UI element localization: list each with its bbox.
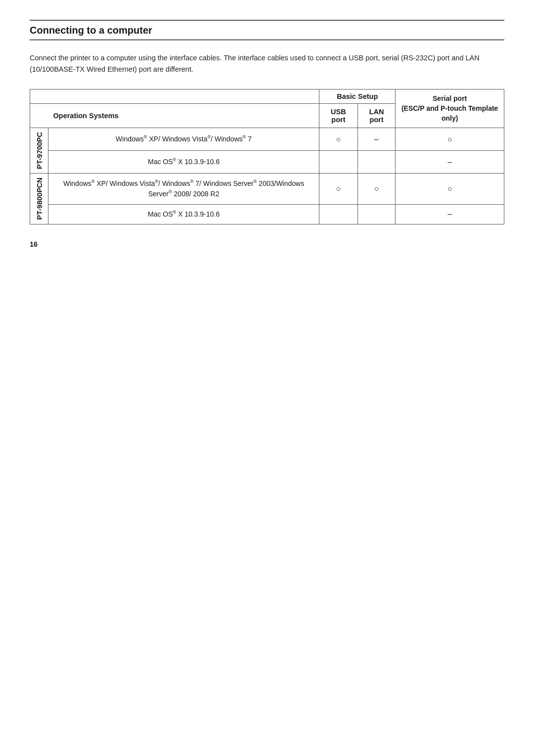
- header-lan: LAN port: [357, 104, 396, 128]
- circle-mark: ○: [374, 184, 379, 193]
- lan-support-cell: ○: [357, 174, 396, 204]
- circle-mark: ○: [336, 135, 341, 144]
- header-usb: USB port: [319, 104, 357, 128]
- header-empty-cell: [30, 89, 48, 104]
- compatibility-table: Basic Setup Serial port (ESC/P and P-tou…: [30, 89, 504, 224]
- page-number: 16: [30, 240, 504, 248]
- serial-support-cell: ○: [396, 174, 504, 204]
- table-row: Mac OS® X 10.3.9-10.6–: [30, 151, 504, 174]
- usb-support-cell: ○: [319, 174, 357, 204]
- circle-mark: ○: [447, 184, 452, 193]
- usb-support-cell: [319, 151, 357, 174]
- dash-mark: –: [374, 135, 379, 144]
- header-serial-port: Serial port (ESC/P and P-touch Template …: [396, 89, 504, 128]
- usb-support-cell: [319, 204, 357, 224]
- table-row: Mac OS® X 10.3.9-10.6–: [30, 204, 504, 224]
- header-empty-sub: [30, 104, 48, 128]
- page-section: Connecting to a computer Connect the pri…: [30, 20, 504, 248]
- os-cell: Mac OS® X 10.3.9-10.6: [48, 151, 319, 174]
- dash-mark: –: [447, 210, 452, 219]
- circle-mark: ○: [336, 184, 341, 193]
- table-row: PT-9800PCNWindows® XP/ Windows Vista®/ W…: [30, 174, 504, 204]
- header-basic-setup: Basic Setup: [319, 89, 396, 104]
- header-empty-cell2: [48, 89, 319, 104]
- usb-support-cell: ○: [319, 128, 357, 151]
- circle-mark: ○: [447, 135, 452, 144]
- os-cell: Windows® XP/ Windows Vista®/ Windows® 7: [48, 128, 319, 151]
- serial-support-cell: –: [396, 204, 504, 224]
- lan-support-cell: [357, 151, 396, 174]
- device-label-PT-9700PC: PT-9700PC: [30, 128, 48, 174]
- table-row: PT-9700PCWindows® XP/ Windows Vista®/ Wi…: [30, 128, 504, 151]
- dash-mark: –: [447, 158, 452, 167]
- lan-support-cell: –: [357, 128, 396, 151]
- intro-paragraph: Connect the printer to a computer using …: [30, 52, 504, 75]
- device-label-PT-9800PCN: PT-9800PCN: [30, 174, 48, 224]
- section-title: Connecting to a computer: [30, 25, 152, 36]
- lan-support-cell: [357, 204, 396, 224]
- os-cell: Mac OS® X 10.3.9-10.6: [48, 204, 319, 224]
- os-cell: Windows® XP/ Windows Vista®/ Windows® 7/…: [48, 174, 319, 204]
- serial-support-cell: –: [396, 151, 504, 174]
- header-os: Operation Systems: [48, 104, 319, 128]
- serial-support-cell: ○: [396, 128, 504, 151]
- section-title-bar: Connecting to a computer: [30, 20, 504, 41]
